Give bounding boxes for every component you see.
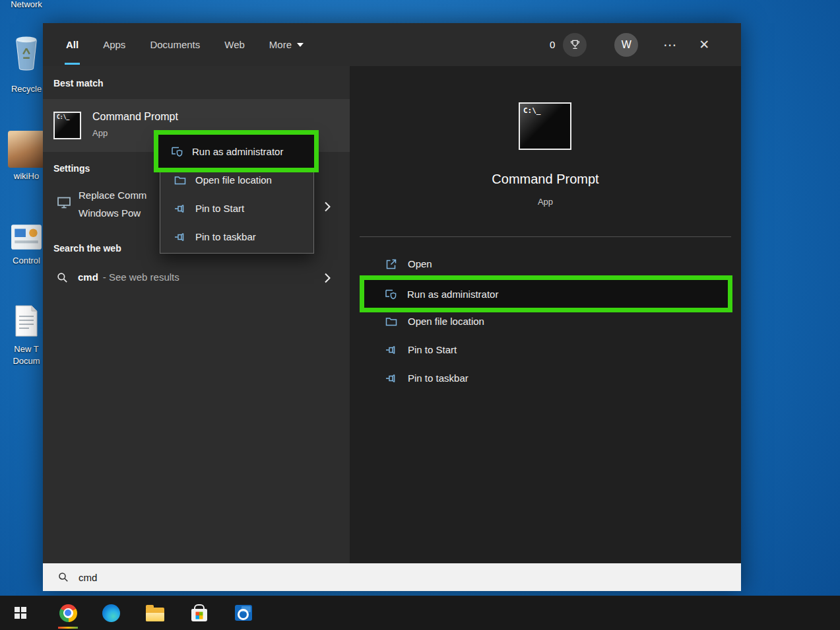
action-label: Open xyxy=(408,258,432,269)
desktop-icon-control-panel[interactable]: Control xyxy=(4,222,49,267)
context-menu-item-pin-to-taskbar[interactable]: Pin to taskbar xyxy=(160,223,313,251)
divider xyxy=(360,236,731,237)
chevron-right-icon[interactable] xyxy=(323,200,331,213)
outlook-icon xyxy=(235,605,252,621)
preview-panel: Command Prompt App Open Open file locati… xyxy=(350,66,741,563)
desktop-icon-label: Network xyxy=(11,0,42,11)
desktop-icon-network[interactable]: Network xyxy=(4,0,49,11)
menu-item-label: Open file location xyxy=(195,174,272,186)
search-bar xyxy=(43,563,741,591)
tab-apps[interactable]: Apps xyxy=(103,23,125,66)
web-suffix: - See web results xyxy=(103,271,179,283)
action-pin-to-start[interactable]: Pin to Start xyxy=(360,335,731,364)
best-match-header: Best match xyxy=(53,78,103,88)
folder-icon xyxy=(385,315,398,328)
tab-all[interactable]: All xyxy=(66,23,79,66)
action-open[interactable]: Open xyxy=(360,250,731,278)
desktop-icon-label: wikiHo xyxy=(14,170,39,182)
desktop-icon-label: Control xyxy=(13,255,40,267)
tab-web[interactable]: Web xyxy=(224,23,245,66)
best-match-subtitle: App xyxy=(92,128,108,138)
context-menu-item-pin-to-start[interactable]: Pin to Start xyxy=(160,194,313,223)
desktop-icon-label: New T Docum xyxy=(13,343,40,367)
tab-documents[interactable]: Documents xyxy=(150,23,200,66)
taskbar-edge[interactable] xyxy=(96,596,126,630)
windows-logo-icon xyxy=(15,607,26,619)
taskbar-store[interactable] xyxy=(184,596,214,630)
tab-label: All xyxy=(66,39,79,50)
tab-label: More xyxy=(269,39,292,50)
chrome-running-indicator xyxy=(58,627,78,629)
rewards-button[interactable] xyxy=(563,33,587,57)
file-explorer-icon xyxy=(146,608,164,621)
rewards-count: 0 xyxy=(550,39,555,50)
settings-result-line2: Windows Pow xyxy=(79,207,141,219)
command-prompt-icon xyxy=(53,112,81,139)
desktop-icon-wikihow[interactable]: wikiHo xyxy=(4,131,49,182)
tab-label: Web xyxy=(224,39,245,50)
web-query: cmd xyxy=(78,271,98,283)
command-prompt-icon-large xyxy=(519,102,571,150)
settings-section-header: Settings xyxy=(53,163,90,174)
options-menu-button[interactable]: ⋯ xyxy=(663,37,678,53)
preview-title: Command Prompt xyxy=(350,172,741,187)
edge-icon xyxy=(102,604,120,622)
desktop-icon-new-text-document[interactable]: New T Docum xyxy=(4,301,49,367)
desktop-icon-recycle-bin[interactable]: Recycle xyxy=(4,25,49,95)
search-window-body: Best match Command Prompt App Settings R… xyxy=(43,66,741,563)
chevron-right-icon[interactable] xyxy=(323,271,331,285)
settings-result-line1: Replace Comm xyxy=(79,190,146,201)
action-label: Run as administrator xyxy=(407,289,498,300)
web-section-header: Search the web xyxy=(53,243,121,254)
tab-label: Documents xyxy=(150,39,200,50)
open-icon xyxy=(385,258,398,271)
microsoft-flag-icon xyxy=(196,612,203,619)
taskbar xyxy=(0,596,840,630)
taskbar-file-explorer[interactable] xyxy=(140,596,170,630)
microsoft-store-icon xyxy=(191,609,207,621)
wikihow-icon xyxy=(8,131,45,168)
desktop: Network Recycle wikiHo Control xyxy=(0,0,840,630)
menu-item-label: Pin to Start xyxy=(195,203,244,214)
web-search-result[interactable]: cmd- See web results xyxy=(43,263,350,293)
web-result-text: cmd- See web results xyxy=(78,271,179,283)
chrome-icon xyxy=(59,604,77,622)
taskbar-chrome[interactable] xyxy=(53,596,83,630)
pin-icon xyxy=(385,372,398,385)
action-pin-to-taskbar[interactable]: Pin to taskbar xyxy=(360,364,731,392)
search-icon xyxy=(57,571,69,583)
action-label: Pin to Start xyxy=(408,344,457,355)
search-input[interactable] xyxy=(79,572,474,583)
pin-icon xyxy=(385,343,398,357)
action-run-as-administrator[interactable]: Run as administrator xyxy=(364,280,728,308)
caret-down-icon xyxy=(297,43,304,47)
folder-icon xyxy=(174,174,187,187)
pin-icon xyxy=(174,202,187,215)
highlight-box-preview-run-as-admin: Run as administrator xyxy=(360,275,732,312)
shield-icon xyxy=(170,145,183,158)
search-icon xyxy=(56,271,69,284)
pin-icon xyxy=(174,230,187,244)
desktop-icon-label: Recycle xyxy=(11,83,42,95)
menu-item-label: Pin to taskbar xyxy=(195,231,256,242)
close-button[interactable]: ✕ xyxy=(699,37,709,52)
menu-item-label: Run as administrator xyxy=(192,146,283,157)
start-button[interactable] xyxy=(5,596,36,630)
tab-label: Apps xyxy=(103,39,125,50)
control-panel-icon xyxy=(10,222,43,252)
header-actions: 0 W ⋯ ✕ xyxy=(550,23,709,66)
context-menu-item-run-as-administrator[interactable]: Run as administrator xyxy=(158,135,314,168)
user-avatar[interactable]: W xyxy=(614,33,638,57)
action-label: Open file location xyxy=(408,316,484,327)
best-match-title: Command Prompt xyxy=(92,111,178,123)
action-label: Pin to taskbar xyxy=(408,372,468,384)
preview-subtitle: App xyxy=(350,197,741,207)
start-search-window: All Apps Documents Web More 0 W ⋯ ✕ xyxy=(43,23,741,591)
text-document-icon xyxy=(13,301,40,341)
tab-more[interactable]: More xyxy=(269,23,304,66)
taskbar-outlook[interactable] xyxy=(228,596,259,630)
trophy-icon xyxy=(569,38,581,51)
console-settings-icon xyxy=(56,194,72,210)
recycle-bin-icon xyxy=(11,25,42,81)
shield-icon xyxy=(384,287,397,300)
